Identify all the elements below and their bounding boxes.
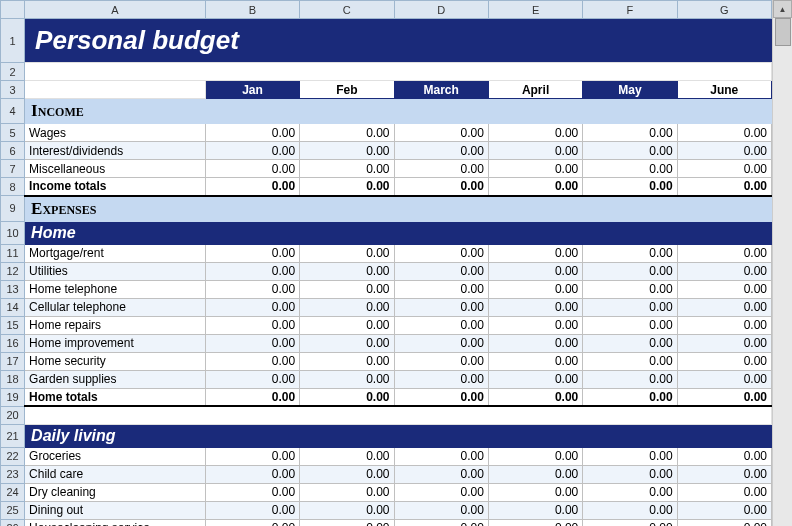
cell[interactable]: 0.00	[394, 298, 488, 316]
month-header[interactable]: Jan	[205, 81, 299, 99]
cell[interactable]: 0.00	[394, 262, 488, 280]
cell[interactable]: 0.00	[300, 465, 394, 483]
row-header[interactable]: 14	[1, 298, 25, 316]
row-header[interactable]: 25	[1, 501, 25, 519]
cell[interactable]: 0.00	[394, 388, 488, 406]
subsection-header-home[interactable]: Home	[25, 221, 772, 244]
cell[interactable]: 0.00	[677, 447, 771, 465]
cell[interactable]: 0.00	[488, 178, 582, 196]
col-header-F[interactable]: F	[583, 1, 677, 19]
row-label[interactable]: Groceries	[25, 447, 206, 465]
cell[interactable]: 0.00	[205, 352, 299, 370]
cell[interactable]: 0.00	[300, 483, 394, 501]
cell[interactable]: 0.00	[488, 334, 582, 352]
cell[interactable]: 0.00	[300, 334, 394, 352]
cell[interactable]: 0.00	[488, 465, 582, 483]
col-header-B[interactable]: B	[205, 1, 299, 19]
row-label-total[interactable]: Home totals	[25, 388, 206, 406]
cell[interactable]: 0.00	[488, 388, 582, 406]
scroll-up-arrow-icon[interactable]: ▲	[773, 0, 792, 18]
cell[interactable]: 0.00	[394, 483, 488, 501]
cell[interactable]: 0.00	[300, 124, 394, 142]
cell[interactable]: 0.00	[300, 244, 394, 262]
row-header[interactable]: 5	[1, 124, 25, 142]
spreadsheet-grid[interactable]: A B C D E F G 1 Personal budget 2 3 Jan …	[0, 0, 772, 526]
cell[interactable]: 0.00	[488, 316, 582, 334]
row-label[interactable]: Utilities	[25, 262, 206, 280]
cell[interactable]: 0.00	[394, 160, 488, 178]
cell[interactable]: 0.00	[300, 501, 394, 519]
row-header[interactable]: 12	[1, 262, 25, 280]
cell[interactable]: 0.00	[205, 142, 299, 160]
cell[interactable]: 0.00	[300, 160, 394, 178]
row-label[interactable]: Home improvement	[25, 334, 206, 352]
cell[interactable]: 0.00	[677, 334, 771, 352]
subsection-header-daily-living[interactable]: Daily living	[25, 424, 772, 447]
cell[interactable]: 0.00	[677, 316, 771, 334]
row-label[interactable]: Housecleaning service	[25, 519, 206, 526]
row-header[interactable]: 13	[1, 280, 25, 298]
row-label[interactable]: Home repairs	[25, 316, 206, 334]
month-header[interactable]: March	[394, 81, 488, 99]
row-header[interactable]: 7	[1, 160, 25, 178]
cell[interactable]: 0.00	[394, 334, 488, 352]
cell[interactable]: 0.00	[488, 352, 582, 370]
cell[interactable]: 0.00	[583, 280, 677, 298]
cell[interactable]: 0.00	[300, 298, 394, 316]
cell[interactable]: 0.00	[300, 519, 394, 526]
cell[interactable]: 0.00	[205, 262, 299, 280]
cell[interactable]: 0.00	[488, 142, 582, 160]
cell[interactable]: 0.00	[488, 483, 582, 501]
cell[interactable]: 0.00	[300, 262, 394, 280]
cell[interactable]: 0.00	[677, 178, 771, 196]
cell[interactable]: 0.00	[394, 370, 488, 388]
cell[interactable]: 0.00	[394, 316, 488, 334]
row-header[interactable]: 3	[1, 81, 25, 99]
col-header-A[interactable]: A	[25, 1, 206, 19]
cell[interactable]: 0.00	[583, 142, 677, 160]
cell[interactable]: 0.00	[583, 298, 677, 316]
row-header[interactable]: 21	[1, 424, 25, 447]
month-header[interactable]: April	[488, 81, 582, 99]
row-header[interactable]: 2	[1, 63, 25, 81]
cell[interactable]: 0.00	[300, 447, 394, 465]
cell[interactable]: 0.00	[488, 280, 582, 298]
cell[interactable]: 0.00	[205, 501, 299, 519]
cell[interactable]: 0.00	[394, 519, 488, 526]
cell[interactable]: 0.00	[205, 465, 299, 483]
cell[interactable]: 0.00	[677, 124, 771, 142]
row-header[interactable]: 19	[1, 388, 25, 406]
month-header[interactable]: May	[583, 81, 677, 99]
row-header[interactable]: 20	[1, 406, 25, 424]
cell[interactable]	[25, 406, 772, 424]
month-header[interactable]: June	[677, 81, 771, 99]
row-header[interactable]: 15	[1, 316, 25, 334]
row-header[interactable]: 23	[1, 465, 25, 483]
vertical-scrollbar[interactable]: ▲	[772, 0, 792, 526]
cell[interactable]: 0.00	[677, 280, 771, 298]
row-label[interactable]: Dining out	[25, 501, 206, 519]
row-header[interactable]: 9	[1, 196, 25, 222]
col-header-D[interactable]: D	[394, 1, 488, 19]
cell[interactable]: 0.00	[394, 178, 488, 196]
section-header-expenses[interactable]: Expenses	[25, 196, 772, 222]
section-header-income[interactable]: Income	[25, 99, 772, 124]
cell[interactable]: 0.00	[583, 352, 677, 370]
cell[interactable]	[25, 81, 206, 99]
row-header[interactable]: 11	[1, 244, 25, 262]
row-label[interactable]: Interest/dividends	[25, 142, 206, 160]
cell[interactable]: 0.00	[488, 501, 582, 519]
cell[interactable]: 0.00	[677, 483, 771, 501]
cell[interactable]: 0.00	[677, 519, 771, 526]
row-header[interactable]: 10	[1, 221, 25, 244]
cell[interactable]: 0.00	[583, 334, 677, 352]
cell[interactable]: 0.00	[205, 178, 299, 196]
select-all-corner[interactable]	[1, 1, 25, 19]
cell[interactable]: 0.00	[394, 280, 488, 298]
cell[interactable]: 0.00	[488, 244, 582, 262]
cell[interactable]: 0.00	[205, 334, 299, 352]
cell[interactable]: 0.00	[677, 160, 771, 178]
month-header[interactable]: Feb	[300, 81, 394, 99]
cell[interactable]: 0.00	[677, 142, 771, 160]
cell[interactable]: 0.00	[394, 124, 488, 142]
